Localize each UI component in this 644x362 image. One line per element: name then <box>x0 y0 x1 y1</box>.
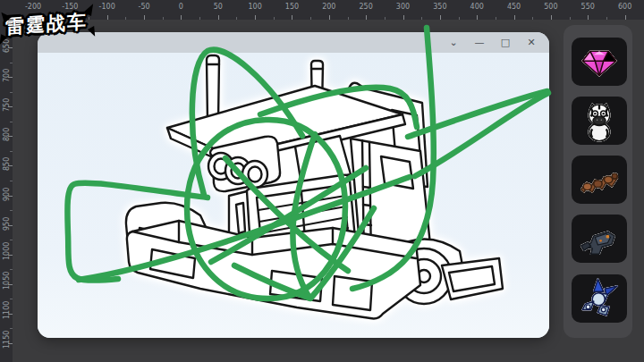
drawing-app-window: ⌄ — □ ✕ <box>38 32 549 338</box>
ruler-h-label: 600 <box>618 3 631 12</box>
ruler-h-label: 350 <box>433 3 446 12</box>
ruler-h-label: 150 <box>285 3 299 12</box>
pink-gem-icon <box>577 39 622 84</box>
drawing-canvas[interactable] <box>38 53 549 338</box>
sidebar-item-crystal[interactable] <box>572 274 627 323</box>
ruler-h-label: -200 <box>25 3 41 12</box>
ruler-h-label: 400 <box>470 3 484 12</box>
sidebar-item-gun[interactable] <box>572 215 627 263</box>
ruler-h-label: 250 <box>360 3 373 12</box>
sidebar-item-pink-gem[interactable] <box>572 38 627 86</box>
ruler-h-label: 450 <box>507 3 521 12</box>
item-sidebar <box>564 25 632 338</box>
blaster-gun-icon <box>577 216 622 261</box>
sidebar-item-zebra[interactable] <box>572 97 627 145</box>
ruler-h-label: -100 <box>99 3 115 12</box>
ruler-h-label: 50 <box>214 3 223 12</box>
ruler-vertical: 6507007508008509009501000105011001150 <box>0 0 13 362</box>
ruler-h-label: 500 <box>544 3 557 12</box>
truck-line-art <box>38 53 549 338</box>
ruler-h-label: 0 <box>179 3 183 12</box>
ruler-h-label: 550 <box>581 3 595 12</box>
close-icon[interactable]: ✕ <box>526 38 537 47</box>
maximize-icon[interactable]: □ <box>500 38 511 47</box>
ruler-h-label: 200 <box>322 3 335 12</box>
ruler-h-label: -50 <box>139 3 150 12</box>
rusty-crankshaft-icon <box>577 157 622 202</box>
desktop-background: { "app": { "background_color": "#3b3b3d"… <box>0 0 644 362</box>
sidebar-item-crankshaft[interactable] <box>572 156 627 204</box>
minimize-icon[interactable]: — <box>474 38 485 47</box>
zebra-character-icon <box>577 98 622 143</box>
ruler-horizontal: -200-150-100-500501001502002503003504004… <box>0 0 644 20</box>
window-titlebar[interactable]: ⌄ — □ ✕ <box>38 32 549 53</box>
blue-crystal-creature-icon <box>577 276 622 321</box>
ruler-h-label: 100 <box>248 3 261 12</box>
ruler-h-label: 300 <box>396 3 410 12</box>
collapse-chevron-icon[interactable]: ⌄ <box>448 38 459 47</box>
